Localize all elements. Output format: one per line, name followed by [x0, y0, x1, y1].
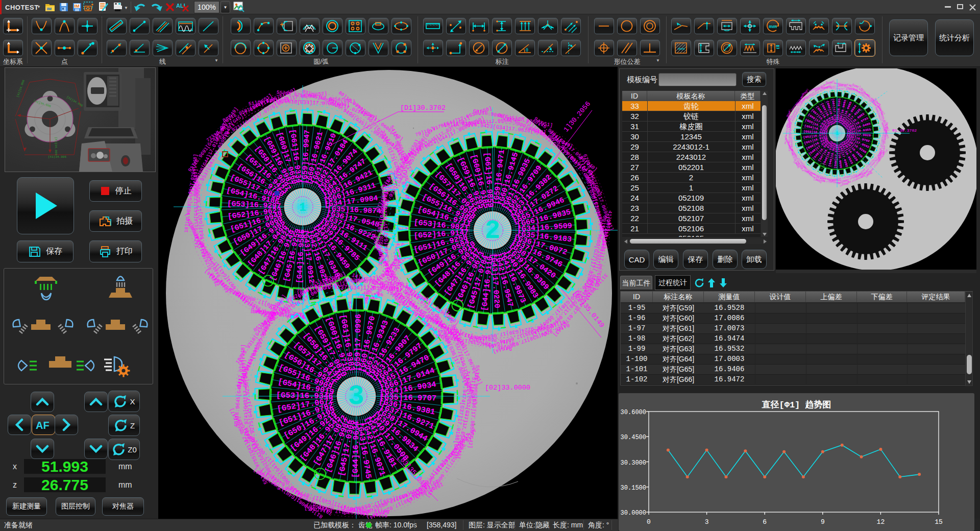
svg-text:2: 2 — [485, 216, 501, 246]
svg-text:IM: IM — [47, 7, 52, 11]
svg-text:30.1500: 30.1500 — [621, 485, 646, 492]
svg-text:0: 0 — [647, 518, 651, 526]
svg-text:IM: IM — [75, 4, 80, 9]
svg-text:12: 12 — [877, 518, 885, 526]
svg-text:3: 3 — [705, 518, 709, 526]
svg-text:3: 3 — [348, 381, 364, 412]
svg-text:9: 9 — [821, 518, 825, 526]
svg-text:30.0000: 30.0000 — [621, 510, 646, 517]
svg-text:6: 6 — [763, 518, 767, 526]
svg-text:mm: mm — [678, 46, 685, 51]
svg-text:[D1]30.3702: [D1]30.3702 — [400, 104, 446, 112]
svg-text:Φ1.30.3702: Φ1.30.3702 — [892, 128, 917, 133]
svg-text:AF: AF — [36, 420, 50, 431]
svg-text:θ: θ — [526, 47, 528, 53]
svg-text:30.4500: 30.4500 — [621, 434, 646, 441]
svg-text:15: 15 — [935, 518, 943, 526]
svg-text:[02]33.0000: [02]33.0000 — [485, 384, 530, 392]
svg-text:mm: mm — [769, 24, 777, 29]
svg-text:30.3000: 30.3000 — [621, 460, 646, 467]
svg-text:1: 1 — [299, 201, 306, 214]
